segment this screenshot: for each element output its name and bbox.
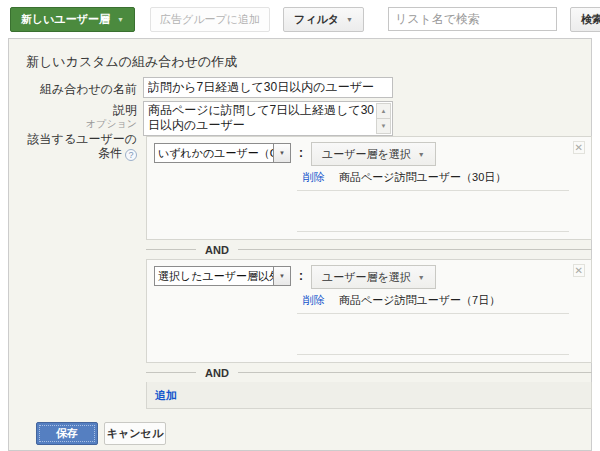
chevron-down-icon: ▼	[418, 151, 425, 158]
select-audience-label: ユーザー層を選択	[322, 147, 411, 162]
chevron-down-icon: ▼	[117, 16, 124, 23]
add-to-adgroup-label: 広告グループに追加	[160, 12, 260, 27]
help-icon[interactable]: ?	[125, 149, 137, 161]
audience-list-1: 削除 商品ページ訪問ユーザー（30日）	[297, 168, 569, 191]
filter-button[interactable]: フィルタ ▼	[283, 7, 364, 32]
audience-list-2: 削除 商品ページ訪問ユーザー（7日）	[297, 291, 569, 314]
close-icon[interactable]: ✕	[573, 141, 585, 154]
page-title: 新しいカスタムの組み合わせの作成	[26, 53, 237, 71]
close-icon[interactable]: ✕	[573, 264, 585, 277]
toolbar: 新しいユーザー層 ▼ 広告グループに追加 フィルタ ▼ 検索	[0, 0, 600, 38]
combination-name-label: 組み合わせの名前	[9, 81, 137, 98]
chevron-down-icon[interactable]: ▼	[273, 267, 290, 285]
chevron-down-icon: ▼	[346, 16, 353, 23]
new-audience-button[interactable]: 新しいユーザー層 ▼	[10, 7, 135, 32]
add-to-adgroup-button[interactable]: 広告グループに追加	[150, 7, 270, 32]
conditions-label-line2: 条件?	[9, 145, 137, 162]
remove-link-1[interactable]: 削除	[303, 170, 325, 185]
search-button[interactable]: 検索	[570, 7, 600, 32]
description-scrollbar: ▲ ▼	[376, 103, 391, 134]
select-audience-button-1[interactable]: ユーザー層を選択 ▼	[311, 142, 436, 166]
condition-block-2: 選択したユーザー層以外 ▼ : ユーザー層を選択 ▼ 削除 商品ページ訪問ユーザ…	[146, 259, 592, 363]
description-textarea[interactable]: 商品ページに訪問して7日以上経過して30日以内のユーザー ▲ ▼	[143, 101, 393, 136]
operator-select-1[interactable]: いずれかのユーザー（OR） ▼	[154, 143, 291, 163]
description-value: 商品ページに訪問して7日以上経過して30日以内のユーザー	[148, 103, 374, 134]
audience-row: 削除 商品ページ訪問ユーザー（7日）	[297, 291, 569, 314]
and-label: AND	[205, 244, 229, 256]
filter-label: フィルタ	[294, 12, 339, 27]
chevron-down-icon: ▼	[418, 274, 425, 281]
chevron-down-icon[interactable]: ▼	[273, 144, 290, 162]
and-separator-1: AND	[146, 240, 592, 259]
description-optional-label: オプション	[9, 117, 137, 131]
cancel-button[interactable]: キャンセル	[104, 422, 166, 445]
and-separator-2: AND	[146, 363, 592, 382]
operator-value-1: いずれかのユーザー（OR）	[155, 144, 273, 162]
add-condition-link[interactable]: 追加	[155, 388, 177, 403]
list-bottom-rule	[297, 354, 569, 355]
operator-select-2[interactable]: 選択したユーザー層以外 ▼	[154, 266, 291, 286]
audience-row: 削除 商品ページ訪問ユーザー（30日）	[297, 168, 569, 191]
select-audience-button-2[interactable]: ユーザー層を選択 ▼	[311, 265, 436, 289]
remove-link-2[interactable]: 削除	[303, 293, 325, 308]
operator-value-2: 選択したユーザー層以外	[155, 267, 273, 285]
scroll-down-icon[interactable]: ▼	[376, 119, 391, 134]
scroll-up-icon[interactable]: ▲	[376, 103, 391, 119]
colon-separator: :	[299, 269, 303, 283]
combination-name-input[interactable]	[143, 77, 393, 98]
condition-block-1: いずれかのユーザー（OR） ▼ : ユーザー層を選択 ▼ 削除 商品ページ訪問ユ…	[146, 136, 592, 240]
save-button[interactable]: 保存	[36, 422, 98, 445]
colon-separator: :	[299, 146, 303, 160]
conditions-editor: いずれかのユーザー（OR） ▼ : ユーザー層を選択 ▼ 削除 商品ページ訪問ユ…	[146, 136, 592, 409]
search-input[interactable]	[388, 7, 557, 31]
audience-name-2: 商品ページ訪問ユーザー（7日）	[339, 293, 500, 308]
new-audience-label: 新しいユーザー層	[21, 12, 110, 27]
select-audience-label: ユーザー層を選択	[322, 270, 411, 285]
add-condition-row: 追加	[146, 382, 592, 409]
search-button-label: 検索	[581, 12, 600, 27]
and-label: AND	[205, 367, 229, 379]
main-panel: 新しいカスタムの組み合わせの作成 組み合わせの名前 説明 オプション 商品ページ…	[8, 38, 592, 451]
audience-name-1: 商品ページ訪問ユーザー（30日）	[339, 170, 506, 185]
list-bottom-rule	[297, 231, 569, 232]
